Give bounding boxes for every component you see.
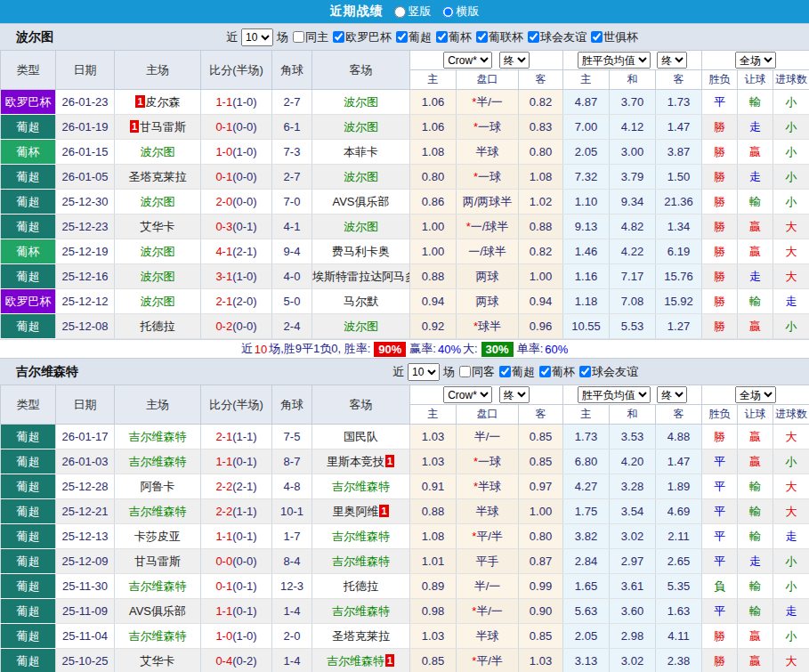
away-team-cell: 波尔图: [312, 215, 410, 239]
score-cell: 2-0(0-0): [201, 190, 272, 215]
filter-checkbox-葡超[interactable]: 葡超: [499, 364, 535, 380]
goals-result-cell: 小: [773, 140, 809, 165]
handicap-result-cell: 走: [738, 165, 773, 190]
competition-type-cell: 葡超: [1, 524, 56, 549]
filter-checkbox-球会友谊[interactable]: 球会友谊: [579, 364, 638, 380]
result-cell: 負: [702, 574, 738, 599]
home-team-cell: 艾华卡: [115, 215, 201, 239]
competition-type-cell: 葡超: [1, 264, 56, 289]
filter-checkbox-label: 世俱杯: [603, 29, 638, 45]
summary-segment: 10: [255, 343, 267, 356]
handicap-text: 平/半: [476, 654, 503, 668]
avg-home-cell: 9.13: [563, 215, 610, 239]
col-type: 类型: [1, 51, 56, 90]
team-link: 里斯本竞技: [327, 455, 384, 468]
checkbox[interactable]: [499, 366, 511, 377]
avg-draw-cell: 3.00: [610, 140, 656, 165]
handicap-result-cell: 贏: [738, 314, 773, 339]
layout-radio-vertical[interactable]: 竖版: [394, 4, 432, 20]
handicap-result-cell: 輸: [738, 190, 773, 215]
recent-count-select[interactable]: 10: [408, 363, 440, 381]
avg-type-select[interactable]: 胜平负均值: [578, 386, 651, 403]
avg-stage-select[interactable]: 终: [657, 386, 687, 403]
goals-result-cell: 小: [773, 574, 809, 599]
handicap-cell: *平/半: [457, 649, 519, 672]
team-link: 圣塔克莱拉: [332, 629, 390, 643]
handicap-cell: *一球: [457, 115, 519, 140]
checkbox[interactable]: [459, 366, 471, 377]
away-odds-cell: 1.00: [519, 499, 563, 524]
horizontal-radio[interactable]: [442, 6, 454, 18]
checkbox[interactable]: [333, 31, 344, 43]
filter-checkbox-葡联杯[interactable]: 葡联杯: [476, 29, 523, 45]
checkbox[interactable]: [579, 366, 591, 377]
vertical-radio-label: 竖版: [409, 4, 432, 20]
scope-select[interactable]: 全场: [735, 386, 776, 403]
checkbox[interactable]: [591, 31, 603, 43]
red-card-badge: 1: [379, 505, 388, 517]
team-link: 波尔图: [344, 95, 378, 109]
date-cell: 26-01-17: [56, 425, 115, 449]
filter-checkbox-葡杯[interactable]: 葡杯: [436, 29, 472, 45]
team-link: 吉尔维森特: [129, 579, 187, 593]
avg-home-cell: 10.55: [563, 314, 610, 339]
filter-checkbox-葡杯[interactable]: 葡杯: [539, 364, 575, 380]
filter-checkbox-球会友谊[interactable]: 球会友谊: [528, 29, 587, 45]
competition-type-cell: 欧罗巴杯: [1, 289, 56, 314]
checkbox[interactable]: [436, 31, 448, 43]
filter-checkbox-世俱杯[interactable]: 世俱杯: [591, 29, 638, 45]
bookmaker-select[interactable]: Crow*: [443, 52, 492, 69]
result-cell: 勝: [702, 264, 738, 289]
odds-stage-select[interactable]: 终: [499, 386, 530, 403]
halftime-score: (0-1): [232, 530, 256, 543]
filter-checkbox-同客[interactable]: 同客: [459, 364, 495, 380]
corners-cell: 12-3: [272, 574, 312, 599]
competition-type-cell: 葡超: [1, 474, 56, 499]
checkbox[interactable]: [396, 31, 408, 43]
avg-type-select[interactable]: 胜平负均值: [578, 52, 651, 69]
avg-home-cell: 1.16: [563, 264, 610, 289]
checkbox[interactable]: [528, 31, 539, 43]
col-away: 客场: [312, 385, 410, 425]
score-cell: 1-1(0-1): [201, 449, 272, 474]
away-team-cell: 波尔图: [312, 165, 410, 190]
vertical-radio[interactable]: [394, 6, 406, 18]
halftime-score: (0-0): [232, 555, 256, 568]
section-header: 吉尔维森特 近10场同客葡超葡杯球会友谊: [0, 358, 809, 385]
match-row: 葡超26-01-05圣塔克莱拉0-1(0-0)2-7波尔图0.80*一球1.08…: [1, 165, 809, 190]
halftime-score: (0-0): [232, 170, 256, 183]
checkbox[interactable]: [476, 31, 488, 43]
col-avg-home: 主: [563, 70, 610, 90]
avg-home-cell: 1.65: [563, 574, 610, 599]
date-cell: 26-01-05: [56, 165, 115, 190]
home-team-cell: 吉尔维森特: [115, 574, 201, 599]
away-team-cell: 吉尔维森特: [312, 524, 410, 549]
bookmaker-select[interactable]: Crow*: [443, 386, 492, 403]
avg-away-cell: 1.89: [656, 474, 702, 499]
result-cell: 勝: [702, 649, 738, 672]
halftime-score: (1-1): [232, 505, 256, 518]
date-cell: 25-12-28: [56, 474, 115, 499]
avg-home-cell: 1.73: [563, 425, 610, 449]
filter-checkbox-葡超[interactable]: 葡超: [396, 29, 432, 45]
halftime-score: (1-0): [232, 270, 256, 283]
competition-type-cell: 葡超: [1, 190, 56, 215]
summary-bar: 近10场,胜9平1负0, 胜率:90%赢率:40%大:30%单率:60%: [0, 339, 809, 358]
odds-stage-select[interactable]: 终: [499, 52, 530, 69]
date-cell: 25-12-08: [56, 314, 115, 339]
score-cell: 2-2(1-1): [201, 499, 272, 524]
layout-radio-horizontal[interactable]: 横版: [442, 4, 480, 20]
recent-count-select[interactable]: 10: [241, 28, 273, 46]
scope-select[interactable]: 全场: [735, 52, 776, 69]
checkbox[interactable]: [539, 366, 551, 377]
avg-stage-select[interactable]: 终: [657, 52, 687, 69]
avg-away-cell: 1.47: [656, 449, 702, 474]
filter-checkbox-欧罗巴杯[interactable]: 欧罗巴杯: [333, 29, 392, 45]
checkbox[interactable]: [293, 31, 304, 43]
goals-result-cell: 大: [773, 239, 809, 264]
date-cell: 25-12-30: [56, 190, 115, 215]
date-cell: 25-10-25: [56, 649, 115, 672]
filter-checkbox-同主[interactable]: 同主: [293, 29, 328, 45]
away-team-cell: 埃斯特雷拉达阿马多拉: [312, 264, 410, 289]
home-team-cell: 托德拉: [115, 314, 201, 339]
